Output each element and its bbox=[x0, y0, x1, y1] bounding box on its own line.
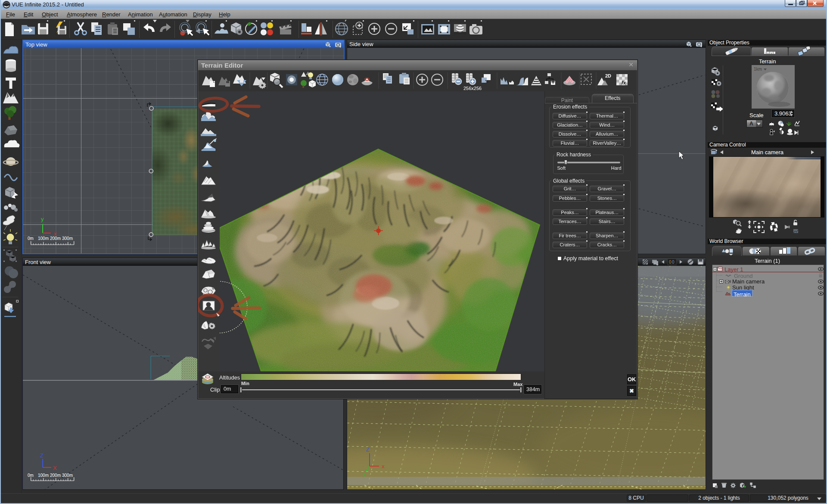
svg-text:X: X bbox=[53, 465, 57, 471]
svg-text:0: 0 bbox=[672, 260, 675, 264]
svg-text:0m: 0m bbox=[28, 473, 34, 478]
svg-text:0m: 0m bbox=[28, 236, 34, 241]
svg-text:y: y bbox=[363, 471, 365, 477]
svg-text:0: 0 bbox=[669, 260, 672, 264]
svg-text:300m: 300m bbox=[62, 473, 73, 478]
svg-text:100m: 100m bbox=[38, 236, 49, 241]
svg-text:200m: 200m bbox=[50, 473, 61, 478]
svg-text:x: x bbox=[382, 463, 385, 470]
svg-text:Z: Z bbox=[40, 452, 44, 459]
svg-text:300m: 300m bbox=[62, 236, 73, 241]
svg-text:y: y bbox=[41, 216, 44, 222]
svg-text:200m: 200m bbox=[50, 236, 61, 241]
svg-text:Z: Z bbox=[366, 446, 370, 453]
svg-text:100m: 100m bbox=[38, 473, 49, 478]
